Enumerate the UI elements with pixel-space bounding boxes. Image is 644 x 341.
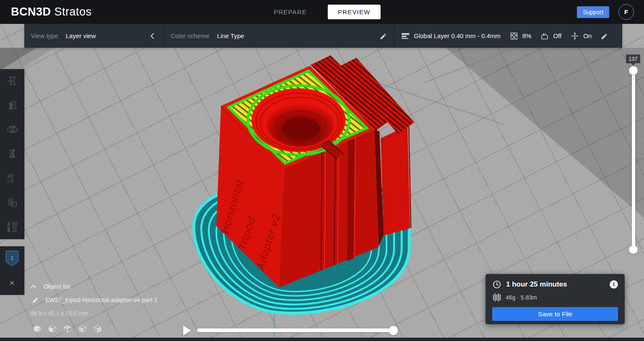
- infill-icon: [510, 32, 518, 40]
- extruder-shield-icon: 1: [5, 250, 19, 267]
- scale-tool-icon: [6, 99, 18, 112]
- move-tool-button[interactable]: [0, 69, 24, 93]
- material-usage-row: 46g · 5.83m: [493, 293, 618, 302]
- print-time-row: 1 hour 25 minutes i: [492, 280, 618, 289]
- object-file-name: EW27_tripod-horizontal-adapter-v4-part 1: [45, 297, 158, 303]
- move-tool-icon: [6, 75, 18, 88]
- slice-settings-summary: Global Layer 0.40 mm - 0.4mm 8% Off: [395, 24, 622, 48]
- view-type-selector[interactable]: View type Layer view: [24, 24, 164, 48]
- mirror-tool-button[interactable]: [0, 142, 24, 166]
- dual-extrusion-tool-icon: [6, 221, 18, 233]
- support-icon: [540, 32, 549, 40]
- scale-tool-button[interactable]: [0, 93, 24, 118]
- edit-pencil-icon[interactable]: [380, 32, 387, 40]
- edit-pencil-icon: [601, 32, 608, 40]
- layer-slider-top-handle[interactable]: [629, 66, 638, 75]
- view-left-icon[interactable]: [78, 324, 87, 333]
- object-list-item[interactable]: EW27_tripod-horizontal-adapter-v4-part 1: [32, 297, 158, 303]
- per-model-settings-icon: [6, 196, 18, 209]
- edit-settings-button[interactable]: [601, 32, 608, 40]
- object-list-header[interactable]: Object list: [30, 283, 70, 290]
- per-model-settings-button[interactable]: [0, 191, 24, 215]
- adhesion-icon: [571, 32, 579, 40]
- extruder-none-button[interactable]: ×: [0, 271, 24, 295]
- adhesion-setting[interactable]: On: [571, 32, 592, 40]
- app-logo: BCN3D Stratos: [11, 5, 92, 18]
- rotate-tool-button[interactable]: [0, 118, 24, 142]
- view-right-icon[interactable]: [93, 324, 102, 333]
- view-front-icon[interactable]: [48, 324, 57, 333]
- print-summary-card: 1 hour 25 minutes i 46g · 5.83m Save to …: [486, 274, 625, 324]
- object-dimensions: 48.9 x 45.1 x 55.0 mm: [30, 310, 88, 317]
- brand-bold: BCN3D: [11, 5, 51, 18]
- topbar-right: Support F: [577, 4, 634, 20]
- clock-icon: [492, 280, 501, 289]
- support-value: Off: [553, 32, 561, 39]
- idex-print-mode-icon: IID ≡X: [6, 172, 18, 185]
- preview-stage-toolbar: View type Layer view Color scheme Line T…: [24, 24, 622, 48]
- extruder-1-button[interactable]: 1: [0, 246, 24, 271]
- idex-print-mode-button[interactable]: IID ≡X: [0, 166, 24, 191]
- view-top-icon[interactable]: [63, 324, 72, 333]
- object-list-title: Object list: [44, 283, 70, 290]
- chevron-up-icon: [30, 284, 36, 289]
- material-spool-icon: [493, 293, 501, 302]
- account-avatar[interactable]: F: [618, 4, 634, 20]
- tab-preview[interactable]: PREVIEW: [328, 5, 381, 19]
- print-time: 1 hour 25 minutes: [506, 280, 567, 289]
- tool-sidebar: IID ≡X: [0, 69, 24, 239]
- extruder-panel: 1 ×: [0, 246, 24, 295]
- color-scheme-value: Line Type: [217, 32, 244, 39]
- stage-tabs: PREPARE PREVIEW: [264, 5, 381, 19]
- layer-slider-track[interactable]: [632, 71, 635, 250]
- support-button[interactable]: Support: [577, 6, 609, 18]
- layers-icon: [401, 32, 410, 40]
- color-scheme-selector[interactable]: Color scheme Line Type: [164, 24, 394, 48]
- adhesion-value: On: [583, 32, 592, 39]
- dual-extrusion-tool-button[interactable]: [0, 215, 24, 239]
- svg-text:≡X: ≡X: [8, 178, 14, 184]
- view-3d-icon[interactable]: [33, 324, 42, 333]
- layer-number-tooltip: 137: [626, 54, 640, 63]
- support-setting[interactable]: Off: [540, 32, 561, 40]
- save-to-file-button[interactable]: Save to File: [492, 307, 618, 321]
- mirror-tool-icon: [6, 148, 18, 160]
- top-app-bar: BCN3D Stratos PREPARE PREVIEW Support F: [0, 0, 644, 24]
- close-icon: ×: [10, 278, 15, 288]
- play-button[interactable]: [183, 326, 191, 336]
- info-icon[interactable]: i: [610, 280, 618, 289]
- extruder-number: 1: [10, 255, 14, 261]
- material-usage: 46g · 5.83m: [506, 294, 537, 301]
- camera-view-buttons: [33, 324, 102, 333]
- rename-pencil-icon: [32, 297, 39, 303]
- brand-light: Stratos: [55, 5, 92, 18]
- infill-setting[interactable]: 8%: [510, 32, 532, 40]
- path-slider-track[interactable]: [197, 328, 395, 332]
- view-type-label: View type: [31, 32, 58, 39]
- tab-prepare[interactable]: PREPARE: [264, 5, 317, 19]
- global-layer-text: Global Layer 0.40 mm - 0.4mm: [414, 32, 501, 39]
- layer-slider-bottom-handle[interactable]: [629, 245, 638, 254]
- rotate-tool-icon: [6, 124, 18, 136]
- color-scheme-label: Color scheme: [171, 32, 210, 39]
- global-layer-setting[interactable]: Global Layer 0.40 mm - 0.4mm: [401, 32, 501, 40]
- path-slider-handle[interactable]: [389, 326, 398, 335]
- infill-value: 8%: [522, 32, 532, 39]
- chevron-left-icon: [149, 32, 157, 40]
- view-type-value: Layer view: [66, 32, 96, 39]
